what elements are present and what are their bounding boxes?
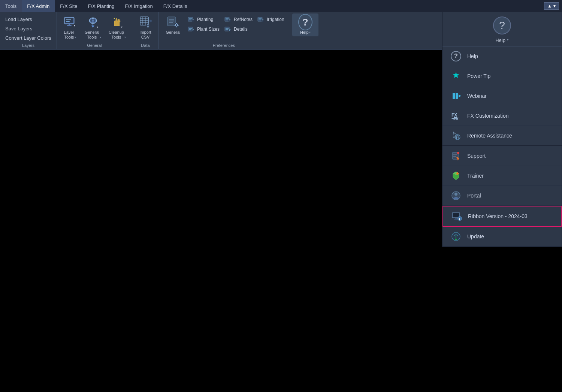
svg-rect-2 (66, 19, 71, 20)
profile-icon: ▲ (547, 3, 552, 9)
irrigation-icon (257, 16, 265, 23)
help-label: Help ▾ (300, 30, 311, 35)
svg-rect-86 (455, 218, 457, 219)
layers-group-label: Layers (3, 42, 54, 48)
support-icon (450, 150, 462, 162)
irrigation-button[interactable]: Irrigation (256, 15, 286, 24)
help-dropdown-header: ? Help ▾ (442, 12, 562, 46)
preferences-group-items: General (162, 13, 286, 42)
help-header-label: Help (495, 37, 505, 43)
svg-rect-62 (262, 21, 263, 21)
svg-rect-9 (92, 18, 94, 19)
svg-rect-64 (456, 93, 458, 99)
import-csv-button[interactable]: Import CSV (135, 13, 155, 41)
layer-tools-icon: ▾ (63, 15, 77, 29)
help-button[interactable]: ? Help ▾ (292, 13, 318, 36)
svg-text:▾: ▾ (74, 24, 75, 27)
help-menu-update[interactable]: Update (442, 227, 562, 247)
help-question-icon: ? (450, 50, 462, 62)
data-group: Import CSV Data (132, 12, 159, 49)
tab-fx-details[interactable]: F/X Details (158, 0, 193, 12)
power-tip-label: Power Tip (467, 73, 490, 79)
help-group-items: ? Help ▾ (292, 13, 318, 42)
general-group-label: General (60, 42, 129, 48)
data-group-label: Data (135, 42, 155, 48)
details-button[interactable]: Details (223, 25, 254, 34)
tab-tools[interactable]: Tools (0, 0, 22, 12)
plant-sizes-label: Plant Sizes (197, 27, 220, 32)
trainer-label: Trainer (467, 173, 484, 179)
help-menu-power-tip[interactable]: Power Tip (442, 66, 562, 86)
remote-assistance-label: Remote Assistance (467, 133, 512, 139)
cleanup-tools-button[interactable]: ▾ Cleanup Tools ▾ (106, 13, 129, 41)
layers-group: Load Layers Save Layers Convert Layer Co… (0, 12, 57, 49)
help-menu-webinar[interactable]: Webinar (442, 86, 562, 106)
import-csv-icon (138, 15, 152, 29)
general-group: ▾ Layer Tools ▾ (57, 12, 132, 49)
help-menu-fx-customization[interactable]: FX FX FX Customization (442, 106, 562, 126)
planting-pref-label: Planting (197, 17, 213, 22)
preferences-group: General (159, 12, 289, 49)
layer-tools-label: Layer Tools ▾ (64, 30, 76, 40)
tab-fx-planting[interactable]: F/X Planting (83, 0, 120, 12)
tab-fx-admin[interactable]: F/X Admin (22, 0, 55, 12)
layers-group-items: Load Layers Save Layers Convert Layer Co… (3, 13, 54, 42)
svg-point-13 (92, 19, 94, 22)
tab-fx-site[interactable]: F/X Site (55, 0, 82, 12)
portal-icon (450, 190, 462, 202)
plant-sizes-button[interactable]: Plant Sizes (186, 25, 221, 34)
dropdown-arrow-icon: ▾ (553, 3, 556, 9)
convert-layer-colors-item[interactable]: Convert Layer Colors (3, 34, 54, 42)
cleanup-tools-dropdown-icon: ▾ (124, 36, 126, 39)
general-pref-button[interactable]: General (162, 13, 184, 36)
svg-rect-47 (193, 30, 193, 31)
webinar-label: Webinar (467, 93, 487, 99)
load-layers-item[interactable]: Load Layers (3, 15, 54, 24)
help-menu-ribbon-version[interactable]: i Ribbon Version - 2024-03 (442, 206, 562, 227)
tab-fx-irrigation[interactable]: F/X Irrigation (120, 0, 158, 12)
svg-rect-42 (193, 21, 193, 21)
help-menu-trainer[interactable]: Trainer (442, 166, 562, 186)
cleanup-tools-label: Cleanup Tools ▾ (109, 30, 126, 40)
svg-rect-87 (454, 219, 458, 220)
power-tip-icon (450, 70, 462, 82)
general-tools-label: General Tools ▾ (85, 30, 101, 40)
webinar-icon (450, 90, 462, 102)
details-label: Details (234, 27, 248, 32)
refnotes-icon (224, 16, 232, 23)
svg-rect-27 (148, 27, 148, 28)
profile-button[interactable]: ▲ ▾ (544, 2, 559, 10)
help-header-icon: ? (493, 16, 511, 34)
general-tools-button[interactable]: ▾ General Tools ▾ (82, 13, 104, 41)
ribbon-version-label: Ribbon Version - 2024-03 (468, 213, 528, 219)
general-group-items: ▾ Layer Tools ▾ (60, 13, 129, 42)
help-menu-help[interactable]: ? Help (442, 46, 562, 66)
svg-rect-34 (176, 23, 177, 24)
svg-text:▾: ▾ (97, 25, 98, 29)
svg-rect-37 (178, 25, 179, 25)
irrigation-label: Irrigation (267, 17, 284, 22)
help-menu-portal[interactable]: Portal (442, 186, 562, 206)
refnotes-button[interactable]: RefNotes (223, 15, 254, 24)
import-csv-label: Import CSV (139, 30, 151, 40)
svg-rect-12 (96, 20, 97, 21)
svg-rect-1 (65, 18, 73, 23)
save-layers-item[interactable]: Save Layers (3, 24, 54, 33)
svg-text:FX: FX (454, 117, 459, 121)
fx-customization-icon: FX FX (450, 110, 462, 122)
general-pref-label: General (166, 30, 180, 35)
portal-label: Portal (467, 193, 481, 199)
svg-rect-3 (66, 21, 70, 22)
help-dropdown-panel: ? Help ▾ ? Help Power Tip (442, 12, 562, 247)
layer-tools-dropdown-icon: ▾ (75, 36, 76, 39)
plant-sizes-icon (187, 25, 195, 33)
svg-rect-26 (148, 24, 148, 24)
layer-tools-button[interactable]: ▾ Layer Tools ▾ (60, 13, 80, 41)
svg-point-83 (454, 193, 457, 196)
svg-rect-36 (174, 25, 175, 25)
update-icon (450, 230, 462, 242)
help-menu-support[interactable]: Support (442, 146, 562, 166)
profile-area: ▲ ▾ (544, 2, 562, 10)
planting-pref-button[interactable]: Planting (186, 15, 221, 24)
help-menu-remote-assistance[interactable]: Remote Assistance (442, 126, 562, 146)
